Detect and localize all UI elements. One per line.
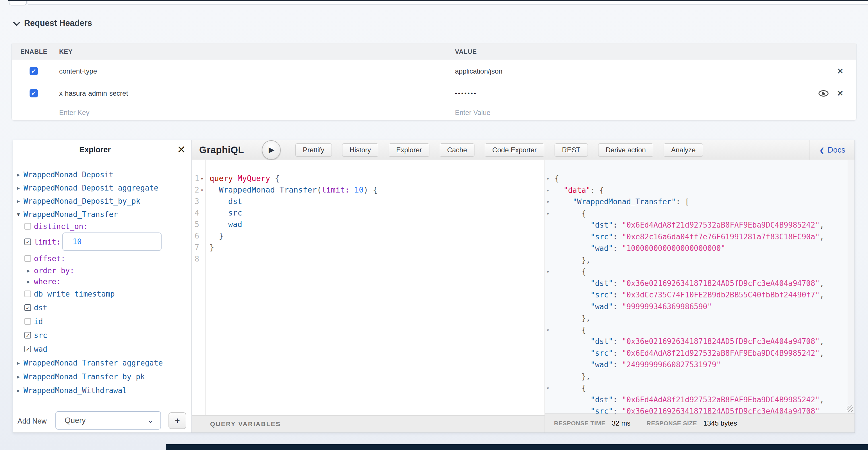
fold-arrow-icon[interactable]: ▾ [546,196,549,207]
docs-link[interactable]: ❮Docs [819,140,845,160]
tree-item-WrappedMonad_Deposit_by_pk[interactable]: ▶WrappedMonad_Deposit_by_pk [13,195,191,207]
header-key-field[interactable]: content-type [59,67,97,75]
toolbar-button-prettify[interactable]: Prettify [296,143,332,157]
fold-arrow-icon[interactable]: ▾ [546,324,549,336]
code-token: : [613,395,622,404]
code-token [350,185,354,194]
fold-arrow-icon[interactable]: ▾ [546,208,549,219]
line-number: 1 [192,173,199,184]
toolbar-button-derive-action[interactable]: Derive action [598,143,653,157]
toolbar-button-explorer[interactable]: Explorer [389,143,429,157]
code-line: WrappedMonad_Transfer(limit: 10) { [210,184,377,196]
tree-checkbox[interactable] [24,255,31,262]
tree-item-WrappedMonad_Transfer[interactable]: ▼WrappedMonad_Transfer [13,208,191,220]
tree-item-label: WrappedMonad_Deposit_aggregate [24,182,158,194]
toolbar-button-history[interactable]: History [342,143,379,157]
response-line: }, [555,254,590,266]
tree-checkbox[interactable]: ✓ [24,238,31,245]
tree-item-label: dst [34,302,48,313]
fold-arrow-icon[interactable]: ▾ [546,185,549,196]
chevron-down-icon: ⌄ [147,412,154,428]
line-number: 6 [192,230,199,242]
fold-arrow-icon[interactable]: ▾ [200,173,204,184]
toolbar-button-cache[interactable]: Cache [440,143,474,157]
remove-header-icon[interactable]: ✕ [834,67,846,76]
tree-item-dst[interactable]: ✓dst [13,302,191,313]
tree-item-db_write_timestamp[interactable]: db_write_timestamp [13,288,191,300]
tree-checkbox[interactable] [24,290,31,297]
request-headers-table: ENABLE KEY VALUE ✓content-typeapplicatio… [11,43,857,121]
tree-checkbox[interactable] [24,223,31,230]
query-editor[interactable]: 1▾2▾345678 query MyQuery { WrappedMonad_… [192,160,545,432]
add-operation-button[interactable]: + [168,412,186,429]
code-token: limit: [321,185,350,194]
header-enable-checkbox[interactable]: ✓ [30,67,38,75]
close-icon[interactable]: ✕ [177,140,186,160]
limit-value-input[interactable]: 10 [62,232,162,251]
header-value-field[interactable]: ••••••• [455,89,477,97]
code-token: "0xe82c16a6da04ff7e76F61991281a7f83C18EC… [622,232,820,241]
tree-item-WrappedMonad_Transfer_by_pk[interactable]: ▶WrappedMonad_Transfer_by_pk [13,371,191,383]
response-line: "wad": "24999999660827531979" [555,359,721,370]
resize-handle[interactable] [847,405,853,412]
code-token: }, [555,314,590,322]
tree-item-id[interactable]: id [13,316,191,327]
code-token [555,186,563,195]
fold-arrow-icon[interactable]: ▾ [546,382,549,394]
execute-button[interactable]: ▶ [262,140,281,160]
fold-arrow-icon[interactable]: ▾ [546,173,549,184]
code-token [233,174,237,183]
tree-item-wad[interactable]: ✓wad [13,343,191,355]
header-enable-checkbox[interactable]: ✓ [30,89,38,97]
tree-item-label: WrappedMonad_Deposit [24,169,113,180]
fold-arrow-icon[interactable]: ▾ [546,266,549,277]
code-token: { [555,326,586,334]
code-token: , [820,395,825,404]
code-token: : [613,290,622,299]
toolbar-button-rest[interactable]: REST [555,143,588,157]
query-variables-bar[interactable]: QUERY VARIABLES [192,415,545,432]
remove-header-icon[interactable]: ✕ [834,89,846,98]
header-value-field[interactable]: Enter Value [455,109,491,117]
tree-item-limit[interactable]: ✓limit:10 [13,236,191,248]
tree-checkbox[interactable]: ✓ [24,304,31,311]
code-token: , [820,221,825,229]
tree-item-WrappedMonad_Withdrawal[interactable]: ▶WrappedMonad_Withdrawal [13,385,191,396]
code-token: : [613,337,622,346]
header-key-field[interactable]: x-hasura-admin-secret [59,89,128,97]
response-line: "dst": "0x36e0216926341871824AD5fD9cFc3e… [555,278,824,289]
toolbar-button-analyze[interactable]: Analyze [663,143,703,157]
triangle-right-icon: ▶ [27,265,30,276]
response-line: "data": { [555,185,604,196]
top-partial-tab[interactable] [9,1,27,5]
operation-type-select[interactable]: Query ⌄ [55,411,161,430]
tree-item-WrappedMonad_Deposit_aggregate[interactable]: ▶WrappedMonad_Deposit_aggregate [13,182,191,194]
tree-item-WrappedMonad_Transfer_aggregate[interactable]: ▶WrappedMonad_Transfer_aggregate [13,357,191,369]
response-line: "src": "0x6Ed4AdA8f21d927532aB8FAF9Eba9D… [555,347,824,359]
toolbar-button-code-exporter[interactable]: Code Exporter [485,143,544,157]
tree-item-order_by[interactable]: ▶order_by: [13,265,191,276]
collapse-chevron-icon[interactable] [12,21,21,27]
tree-item-where[interactable]: ▶where: [13,276,191,287]
response-line: { [555,208,586,219]
header-value-field[interactable]: application/json [455,67,502,75]
triangle-right-icon: ▶ [17,357,20,369]
reveal-value-eye-icon[interactable] [817,89,830,99]
code-token [210,208,228,217]
tree-checkbox[interactable]: ✓ [24,332,31,338]
tree-checkbox[interactable]: ✓ [24,346,31,352]
code-token: "WrappedMonad_Transfer" [572,197,676,206]
response-time-value: 32 ms [612,419,630,427]
response-scrollbar[interactable] [848,160,855,414]
fold-arrow-icon[interactable]: ▾ [200,184,204,196]
header-key-field[interactable]: Enter Key [59,109,89,117]
response-line: { [555,324,586,336]
tree-item-offset[interactable]: offset: [13,253,191,264]
tree-item-WrappedMonad_Deposit[interactable]: ▶WrappedMonad_Deposit [13,169,191,180]
tree-item-label: id [34,316,43,327]
tree-item-distinct_on[interactable]: distinct_on: [13,221,191,232]
code-token: 10 [354,185,364,194]
tree-checkbox[interactable] [24,318,31,325]
tree-item-src[interactable]: ✓src [13,330,191,341]
top-partial-input[interactable] [28,1,868,5]
